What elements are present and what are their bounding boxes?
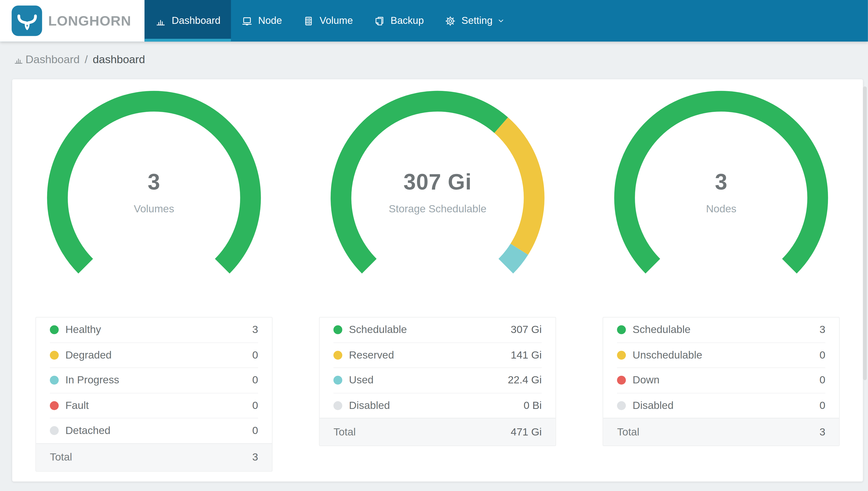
legend-label: Unschedulable (633, 349, 819, 361)
breadcrumb: Dashboard / dashboard (13, 53, 855, 66)
legend-value: 0 (252, 349, 258, 361)
gauge-arc-healthy (58, 101, 250, 266)
dashboard-card: 3 Volumes Healthy3Degraded0In Progress0F… (12, 79, 863, 481)
legend-value: 0 (819, 399, 825, 412)
scrollbar-thumb[interactable] (863, 87, 867, 380)
nav-item-label: Volume (319, 15, 353, 27)
legend-row-fault: Fault0 (36, 393, 272, 418)
nav-item-label: Dashboard (172, 15, 221, 27)
gauge-column-storage: 307 Gi Storage Schedulable Schedulable30… (296, 89, 580, 471)
legend-value: 307 Gi (510, 324, 541, 336)
brand-name: LONGHORN (48, 13, 131, 29)
legend-total-label: Total (617, 426, 819, 438)
legend-row-detached: Detached0 (36, 418, 272, 443)
status-dot-detached (50, 426, 59, 435)
gauge-arc-schedulable (341, 101, 501, 266)
nav-item-setting[interactable]: Setting (434, 0, 516, 41)
setting-gear-icon (445, 15, 456, 26)
legend-value: 0 (252, 374, 258, 386)
nav-item-label: Setting (462, 15, 492, 27)
gauge-arc-schedulable (625, 101, 818, 266)
volumes-gauge-chart: 3 Volumes (45, 89, 263, 307)
gauge-arc-used (506, 249, 520, 266)
legend-value: 0 (252, 399, 258, 412)
legend-row-disabled: Disabled0 (603, 393, 839, 418)
breadcrumb-current-page: dashboard (93, 53, 145, 66)
legend-label: Degraded (65, 349, 252, 361)
longhorn-dashboard-app: LONGHORN Dashboard Node (0, 0, 868, 491)
legend-label: Schedulable (349, 324, 510, 336)
legend-value: 0 (252, 425, 258, 437)
status-dot-healthy (50, 325, 59, 334)
nav-item-label: Node (258, 15, 282, 27)
status-dot-schedulable (617, 325, 626, 334)
backup-icon (374, 15, 385, 26)
legend-value: 3 (819, 324, 825, 336)
legend-value: 0 (819, 349, 825, 361)
node-icon (242, 15, 252, 26)
breadcrumb-separator: / (85, 53, 88, 66)
legend-label: Reserved (349, 349, 510, 361)
nav-item-node[interactable]: Node (231, 0, 292, 41)
legend-total-label: Total (334, 426, 511, 438)
legend-row-down: Down0 (603, 368, 839, 393)
longhorn-logo-icon (11, 6, 42, 36)
legend-value: 0 Bi (524, 399, 542, 412)
legend-total-label: Total (50, 451, 252, 463)
storage-legend-table: Schedulable307 GiReserved141 GiUsed22.4 … (319, 317, 556, 446)
legend-label: Detached (65, 425, 252, 437)
legend-row-in-progress: In Progress0 (36, 368, 272, 393)
legend-total-value: 471 Gi (510, 426, 541, 438)
legend-label: In Progress (65, 374, 252, 386)
storage-gauge-chart: 307 Gi Storage Schedulable (329, 89, 547, 307)
status-dot-schedulable (334, 325, 342, 334)
gauge-arc-reserved (501, 125, 534, 249)
status-dot-down (617, 376, 626, 384)
legend-label: Fault (65, 399, 252, 412)
legend-label: Down (633, 374, 819, 386)
status-dot-unschedulable (617, 351, 626, 359)
chevron-down-icon (497, 17, 505, 25)
legend-total-row: Total 3 (603, 418, 839, 445)
legend-row-schedulable: Schedulable307 Gi (319, 318, 556, 342)
legend-row-degraded: Degraded0 (36, 343, 272, 367)
dashboard-chart-icon (155, 15, 166, 26)
status-dot-disabled (617, 401, 626, 410)
legend-row-schedulable: Schedulable3 (603, 318, 839, 342)
legend-value: 141 Gi (510, 349, 541, 361)
legend-value: 0 (819, 374, 825, 386)
brand[interactable]: LONGHORN (0, 0, 145, 41)
legend-total-value: 3 (819, 426, 825, 438)
volumes-legend-table: Healthy3Degraded0In Progress0Fault0Detac… (35, 317, 272, 471)
legend-label: Used (349, 374, 508, 386)
status-dot-fault (50, 401, 59, 410)
legend-row-disabled: Disabled0 Bi (319, 393, 556, 418)
legend-label: Disabled (633, 399, 819, 412)
nodes-gauge-chart: 3 Nodes (612, 89, 830, 307)
nav-item-volume[interactable]: Volume (292, 0, 364, 41)
legend-row-unschedulable: Unschedulable0 (603, 343, 839, 367)
status-dot-degraded (50, 351, 59, 359)
legend-row-reserved: Reserved141 Gi (319, 343, 556, 367)
legend-row-healthy: Healthy3 (36, 318, 272, 342)
gauge-column-nodes: 3 Nodes Schedulable3Unschedulable0Down0D… (580, 89, 863, 471)
top-nav: LONGHORN Dashboard Node (0, 0, 868, 41)
legend-row-used: Used22.4 Gi (319, 368, 556, 393)
legend-total-value: 3 (252, 451, 258, 463)
nav-item-dashboard[interactable]: Dashboard (145, 0, 231, 41)
nodes-legend-table: Schedulable3Unschedulable0Down0Disabled0… (603, 317, 840, 446)
nav-menu: Dashboard Node (145, 0, 516, 41)
nav-item-label: Backup (391, 15, 424, 27)
legend-value: 3 (252, 324, 258, 336)
legend-label: Disabled (349, 399, 524, 412)
breadcrumb-section-link[interactable]: Dashboard (26, 53, 80, 66)
volume-icon (303, 15, 314, 26)
nav-item-backup[interactable]: Backup (364, 0, 434, 41)
status-dot-used (334, 376, 342, 384)
status-dot-in-progress (50, 376, 59, 384)
status-dot-reserved (334, 351, 342, 359)
legend-total-row: Total 3 (36, 443, 272, 471)
legend-value: 22.4 Gi (508, 374, 541, 386)
gauge-column-volumes: 3 Volumes Healthy3Degraded0In Progress0F… (12, 89, 296, 471)
status-dot-disabled (334, 401, 342, 410)
